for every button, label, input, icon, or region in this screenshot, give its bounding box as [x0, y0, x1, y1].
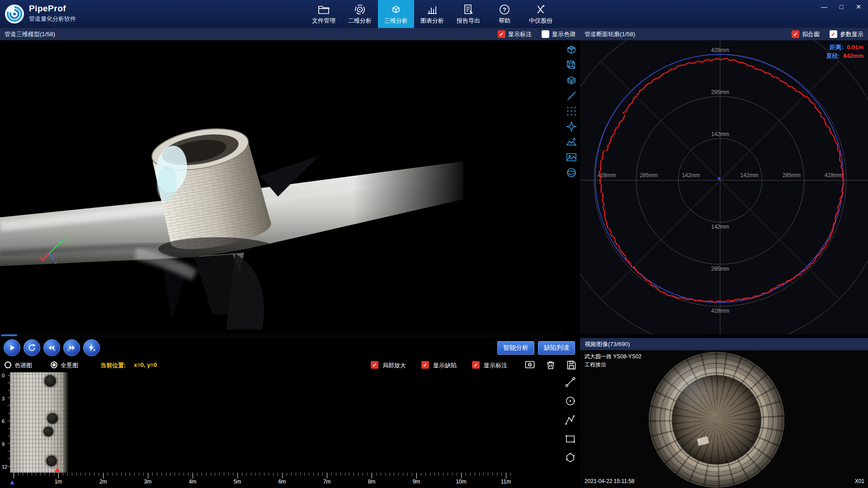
v-ruler-label: 9	[2, 441, 5, 447]
video-overlay-location: 武大园一路 YS08-YS02	[585, 353, 642, 361]
nav-item-2d-analysis[interactable]: 二维分析	[342, 0, 378, 28]
v-ruler-label: 12	[2, 464, 7, 469]
section-cube-icon[interactable]	[566, 75, 577, 86]
h-scrollbar[interactable]	[0, 333, 563, 338]
lightning-icon: X	[87, 343, 96, 352]
show-annotations-checkbox[interactable]: ✓	[498, 30, 505, 38]
orientation-axes-icon: y x z	[38, 232, 72, 266]
maximize-button[interactable]: □	[835, 1, 848, 13]
trash-icon	[545, 360, 556, 371]
nav-item-chart-analysis[interactable]: 图表分析	[414, 0, 450, 28]
debris-spot	[697, 436, 709, 446]
nav-item-label: 帮助	[499, 17, 510, 25]
play-button[interactable]	[4, 339, 20, 356]
spectrum-radio[interactable]	[5, 361, 11, 368]
position-marker-blue[interactable]	[10, 480, 14, 484]
forward-x-icon: x	[67, 343, 76, 352]
nav-item-file-management[interactable]: 文件管理	[306, 0, 342, 28]
close-button[interactable]: ✕	[852, 1, 865, 13]
nav-item-3d-analysis[interactable]: 三维分析	[378, 0, 414, 28]
show-spectrum-label: 显示色谱	[552, 30, 576, 38]
brand-icon	[535, 4, 547, 15]
save-icon	[566, 360, 577, 371]
rings-icon	[354, 4, 366, 15]
delete-button[interactable]	[545, 360, 556, 371]
header: PipeProf 管道量化分析软件 文件管理二维分析三维分析图表分析报告导出?帮…	[0, 0, 868, 28]
preview-button[interactable]	[524, 360, 535, 371]
smart-analysis-button[interactable]: 智能分析	[497, 341, 534, 355]
speed-button[interactable]: X	[83, 339, 100, 356]
pipe-3d-viewport[interactable]: y x z	[0, 40, 563, 333]
playback-controls: 智能分析 缺陷判读 xxX	[0, 338, 580, 358]
loop-icon	[27, 343, 37, 352]
nav-item-label: 中仪股份	[529, 17, 552, 25]
wire-cube-icon[interactable]	[566, 59, 577, 71]
defect-interpretation-button[interactable]: 缺陷判读	[538, 341, 575, 355]
v-ruler: 036912	[0, 372, 10, 473]
svg-text:285mm: 285mm	[711, 89, 729, 95]
rectangle-tool-icon[interactable]	[564, 433, 576, 445]
fit-circle-checkbox[interactable]: ✓	[792, 30, 799, 38]
profile-panel-titlebar: 管道断面轮廓(1/58) ✓ 拟合圆 ✓ 参数显示	[580, 28, 868, 40]
panorama-radio-label: 全景图	[61, 361, 78, 370]
svg-text:x: x	[67, 348, 69, 352]
show-spectrum-checkbox[interactable]: ✓	[542, 30, 549, 38]
image-icon[interactable]	[566, 151, 577, 163]
play-icon	[7, 343, 17, 352]
polygon-tool-icon[interactable]	[564, 452, 576, 464]
current-position-value: x=0, y=0	[134, 361, 157, 368]
bar-chart-icon	[426, 4, 438, 15]
nav-item-help[interactable]: ?帮助	[486, 0, 523, 28]
sphere-icon[interactable]	[566, 167, 577, 178]
point-grid-icon[interactable]	[566, 105, 577, 117]
local-zoom-checkbox[interactable]: ✓	[371, 361, 378, 369]
video-frame[interactable]: 武大园一路 YS08-YS02 工程接洽 2021-04-22 15:11:58…	[580, 350, 868, 488]
unrolled-view[interactable]: 036912	[0, 372, 580, 473]
pipe-3d-render	[0, 40, 563, 333]
ruler-line-icon[interactable]	[564, 376, 576, 388]
measurement-readout: 距离: 0.01m 直径: 842mm	[826, 43, 863, 60]
h-ruler-label: 6m	[278, 479, 286, 485]
position-marker-red[interactable]	[55, 467, 60, 472]
h-ruler-label: 1m	[55, 479, 62, 485]
pipe-texture-strip	[10, 372, 69, 473]
app-titles: PipeProf 管道量化分析软件	[29, 4, 76, 23]
svg-text:X: X	[93, 348, 96, 352]
video-panel-titlebar: 视频图像(73/690)	[580, 338, 868, 350]
h-ruler: 1m2m3m4m5m6m7m8m9m10m11m	[0, 473, 580, 486]
video-overlay-project: 工程接洽	[585, 361, 606, 369]
h-scrollbar-thumb[interactable]	[1, 334, 17, 336]
folder-icon	[318, 4, 330, 15]
minimize-button[interactable]: —	[817, 1, 831, 13]
svg-text:142mm: 142mm	[741, 172, 759, 178]
terrain-icon[interactable]	[566, 136, 577, 148]
show-defects-label: 显示缺陷	[433, 361, 457, 370]
h-ruler-label: 11m	[501, 479, 511, 485]
nav-item-zhongyi[interactable]: 中仪股份	[523, 0, 559, 28]
rewind-x-icon: x	[47, 343, 57, 352]
video-camera-id: X01	[855, 478, 864, 484]
distance-value: 0.01m	[847, 44, 863, 51]
measure-line-icon[interactable]	[566, 90, 577, 102]
show-params-checkbox[interactable]: ✓	[830, 30, 837, 38]
save-button[interactable]	[566, 360, 577, 371]
prev-defect-button[interactable]: x	[43, 339, 60, 356]
panorama-radio[interactable]	[51, 361, 57, 368]
show-annotations-2d-checkbox[interactable]: ✓	[472, 361, 480, 369]
nav-item-report-export[interactable]: 报告导出	[450, 0, 486, 28]
show-annotations-2d-label: 显示标注	[484, 361, 507, 370]
next-defect-button[interactable]: x	[63, 339, 80, 356]
cross-section-panel[interactable]: 142mm142mm142mm142mm285mm285mm285mm285mm…	[580, 40, 868, 334]
app-window: PipeProf 管道量化分析软件 文件管理二维分析三维分析图表分析报告导出?帮…	[0, 0, 868, 488]
compass-star-icon[interactable]	[566, 121, 577, 132]
polyline-tool-icon[interactable]	[564, 414, 576, 426]
h-ruler-label: 4m	[189, 479, 197, 485]
nav-item-label: 图表分析	[420, 17, 444, 25]
svg-text:142mm: 142mm	[682, 172, 700, 178]
view-cube-icon[interactable]	[566, 44, 577, 56]
loop-button[interactable]	[24, 339, 40, 356]
show-params-label: 参数显示	[840, 30, 863, 38]
h-ruler-label: 8m	[368, 479, 376, 485]
circle-tool-icon[interactable]	[564, 395, 576, 407]
show-defects-checkbox[interactable]: ✓	[421, 361, 429, 369]
